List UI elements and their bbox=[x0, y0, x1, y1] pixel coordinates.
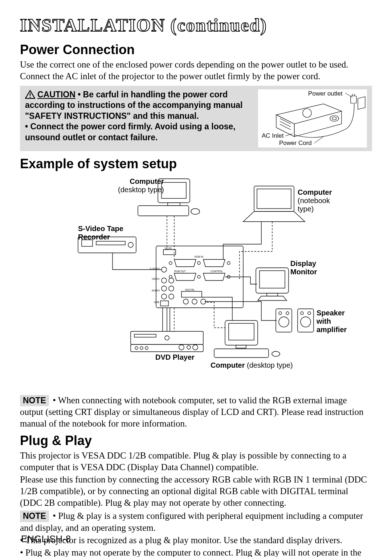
system-setup-svg bbox=[58, 175, 334, 393]
label-computer-desktop-bottom: Computer (desktop type) bbox=[211, 361, 293, 370]
plugplay-note-l2: • This projector is recognized as a plug… bbox=[20, 534, 372, 546]
svg-marker-33 bbox=[174, 259, 196, 267]
note-label-2: NOTE bbox=[20, 510, 49, 522]
port-control: CONTROL bbox=[211, 270, 223, 273]
svg-point-62 bbox=[286, 312, 289, 315]
system-setup-figure: Computer (desktop type) Computer (notebo… bbox=[58, 175, 334, 393]
svg-point-41 bbox=[197, 275, 200, 278]
plugplay-note-line1: • Plug & play is a system configured wit… bbox=[20, 511, 363, 532]
port-rgbout: RGB OUT bbox=[174, 270, 186, 273]
note-label-1: NOTE bbox=[20, 395, 49, 406]
svg-point-61 bbox=[279, 312, 282, 315]
port-audio: AUDIO bbox=[152, 289, 160, 292]
plugplay-p1: This projector is VESA DDC 1/2B compatib… bbox=[20, 450, 372, 473]
svg-point-46 bbox=[162, 286, 167, 291]
svg-marker-34 bbox=[203, 259, 225, 267]
svg-point-49 bbox=[169, 294, 174, 299]
port-svideo: S-VIDEO bbox=[150, 267, 160, 270]
caution-text: CAUTION • Be carful in handling the powe… bbox=[25, 89, 252, 143]
svg-point-44 bbox=[162, 278, 167, 283]
svg-point-51 bbox=[183, 299, 188, 304]
label-ac-inlet: AC Inlet bbox=[262, 132, 283, 140]
label-computer-notebook: Computer (notebook type) bbox=[298, 188, 334, 213]
svg-rect-20 bbox=[162, 182, 186, 198]
svg-point-52 bbox=[192, 299, 197, 304]
port-rgbin: RGB IN bbox=[195, 255, 203, 258]
label-display-monitor: Display Monitor bbox=[290, 259, 317, 276]
port-digital: DIGITAL bbox=[185, 288, 195, 291]
svg-point-45 bbox=[169, 278, 174, 283]
svg-point-64 bbox=[301, 317, 311, 327]
svg-marker-39 bbox=[203, 273, 225, 280]
svg-point-66 bbox=[308, 312, 311, 315]
port-dcin: DC/IN bbox=[165, 247, 172, 250]
svg-point-71 bbox=[135, 347, 138, 350]
label-dvd-player: DVD Player bbox=[155, 353, 195, 362]
svg-rect-29 bbox=[96, 241, 125, 245]
svg-point-76 bbox=[193, 345, 198, 350]
svg-point-30 bbox=[128, 242, 133, 247]
warning-icon bbox=[25, 90, 35, 99]
svg-rect-54 bbox=[181, 291, 202, 297]
svg-rect-22 bbox=[138, 206, 189, 216]
svg-rect-57 bbox=[267, 293, 278, 296]
port-usb: USB bbox=[154, 301, 159, 304]
svg-rect-50 bbox=[160, 301, 168, 306]
svg-rect-78 bbox=[229, 323, 254, 340]
caution-bullet-2: • Connect the power cord firmly. Avoid u… bbox=[25, 122, 236, 142]
power-connection-paragraph: Use the correct one of the enclosed powe… bbox=[20, 59, 372, 82]
svg-point-47 bbox=[169, 286, 174, 291]
svg-point-37 bbox=[227, 262, 230, 265]
svg-rect-21 bbox=[168, 203, 180, 206]
svg-point-81 bbox=[272, 351, 280, 356]
setup-note-paragraph: NOTE • When connecting with notebook com… bbox=[20, 395, 372, 429]
svg-rect-56 bbox=[260, 271, 285, 288]
svg-rect-80 bbox=[214, 349, 269, 358]
power-connection-figure: Power outlet AC Inlet Power Cord bbox=[258, 89, 367, 148]
label-svideo-recorder: S-Video Tape Recorder bbox=[78, 225, 123, 241]
svg-point-60 bbox=[279, 317, 289, 327]
svg-point-74 bbox=[179, 345, 184, 350]
svg-marker-15 bbox=[358, 97, 365, 109]
label-computer-desktop-top: Computer (desktop type) bbox=[118, 177, 164, 194]
svg-point-43 bbox=[162, 267, 167, 272]
svg-point-2 bbox=[29, 97, 30, 98]
setup-note-text: • When connecting with notebook computer… bbox=[20, 395, 363, 428]
svg-marker-38 bbox=[174, 273, 196, 280]
heading-power-connection: Power Connection bbox=[20, 42, 372, 57]
svg-point-75 bbox=[187, 346, 191, 349]
svg-line-18 bbox=[314, 137, 323, 143]
svg-marker-26 bbox=[243, 211, 305, 222]
plugplay-p2: Please use this function by connecting t… bbox=[20, 474, 372, 509]
caution-label: CAUTION bbox=[37, 90, 75, 99]
caution-box: CAUTION • Be carful in handling the powe… bbox=[20, 86, 372, 151]
label-speaker-amp: Speaker with amplifier bbox=[317, 309, 347, 334]
heading-plug-and-play: Plug & Play bbox=[20, 433, 372, 448]
heading-system-setup: Example of system setup bbox=[20, 156, 372, 171]
svg-line-16 bbox=[345, 93, 352, 97]
label-power-outlet: Power outlet bbox=[308, 90, 343, 97]
label-power-cord: Power Cord bbox=[279, 140, 312, 147]
svg-point-48 bbox=[162, 294, 167, 299]
svg-point-65 bbox=[301, 312, 303, 315]
plugplay-note-l3: • Plug & play may not operate by the com… bbox=[20, 547, 372, 557]
port-video: VIDEO bbox=[152, 278, 160, 280]
svg-point-73 bbox=[145, 347, 148, 350]
svg-rect-32 bbox=[163, 250, 176, 255]
page-footer: ENGLISH-8 bbox=[21, 533, 71, 545]
svg-point-35 bbox=[169, 262, 172, 265]
svg-rect-68 bbox=[134, 334, 156, 337]
plugplay-note-l1: NOTE • Plug & play is a system configure… bbox=[20, 510, 372, 533]
svg-point-7 bbox=[332, 117, 336, 120]
svg-rect-25 bbox=[257, 189, 291, 209]
svg-point-23 bbox=[191, 209, 200, 214]
svg-point-69 bbox=[165, 336, 169, 340]
svg-point-72 bbox=[140, 347, 143, 350]
page-title-outlined: INSTALLATION (continued) bbox=[20, 15, 372, 36]
svg-point-36 bbox=[197, 262, 200, 265]
svg-rect-79 bbox=[236, 345, 246, 348]
svg-marker-58 bbox=[258, 296, 287, 300]
